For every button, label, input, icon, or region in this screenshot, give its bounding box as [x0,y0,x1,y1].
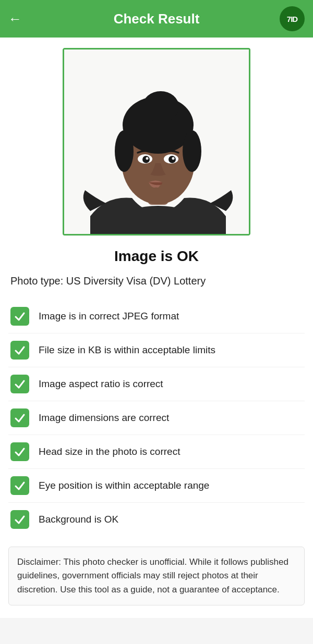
check-label-background: Background is OK [39,514,118,525]
photo-type-label: Photo type: US Diversity Visa (DV) Lotte… [0,275,313,300]
app-logo: 7ID [280,6,305,31]
check-item-headsize: Head size in the photo is correct [8,435,305,469]
check-icon-background [10,510,29,529]
check-label-aspect: Image aspect ratio is correct [39,378,163,390]
svg-point-6 [115,130,134,172]
check-label-jpeg: Image is in correct JPEG format [39,311,179,322]
check-item-jpeg: Image is in correct JPEG format [8,300,305,333]
check-icon-aspect [10,375,29,393]
check-icon-filesize [10,341,29,360]
svg-point-5 [142,91,179,122]
svg-point-12 [146,157,149,160]
check-item-background: Background is OK [8,503,305,536]
check-item-aspect: Image aspect ratio is correct [8,367,305,401]
check-icon-dimensions [10,408,29,427]
passport-photo [64,49,249,234]
disclaimer-box: Disclaimer: This photo checker is unoffi… [8,547,305,605]
photo-wrapper [0,38,313,242]
check-icon-eyepos [10,476,29,495]
svg-point-7 [183,130,201,172]
check-icon-headsize [10,442,29,461]
check-label-dimensions: Image dimensions are correct [39,412,169,424]
svg-point-10 [142,156,150,163]
check-list: Image is in correct JPEG format File siz… [0,300,313,536]
app-header: ← Check Result 7ID [0,0,313,38]
check-label-filesize: File size in KB is within acceptable lim… [39,344,215,356]
svg-point-13 [172,157,175,160]
check-item-dimensions: Image dimensions are correct [8,401,305,435]
check-item-filesize: File size in KB is within acceptable lim… [8,333,305,367]
status-heading: Image is OK [0,242,313,275]
svg-point-11 [168,156,176,163]
check-icon-jpeg [10,307,29,326]
disclaimer-text: Disclaimer: This photo checker is unoffi… [17,557,288,595]
check-item-eyepos: Eye position is within acceptable range [8,469,305,503]
photo-frame [63,48,250,236]
main-content: Image is OK Photo type: US Diversity Vis… [0,38,313,618]
check-label-headsize: Head size in the photo is correct [39,446,180,457]
back-button[interactable]: ← [8,12,22,26]
check-label-eyepos: Eye position is within acceptable range [39,480,209,491]
page-title: Check Result [114,11,200,27]
